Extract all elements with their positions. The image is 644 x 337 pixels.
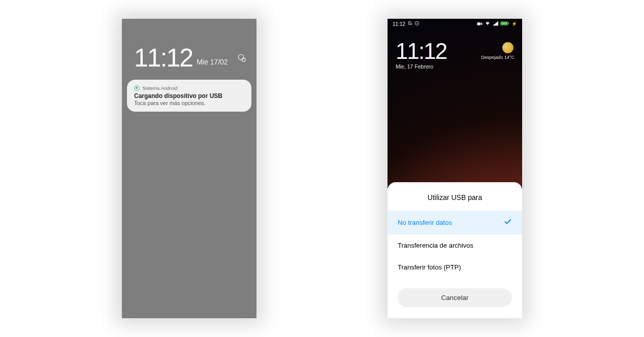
option-label: Transferencia de archivos [398,242,473,249]
option-label: Transferir fotos (PTP) [398,263,461,271]
notification-body: Toca para ver más opciones. [134,100,244,106]
svg-point-2 [415,21,419,25]
status-time: 11:12 [393,21,405,27]
home-date: Mie, 17 Febrero [396,63,446,70]
battery-icon [500,21,509,27]
notification-app-name: Sistema Android [142,85,177,91]
home-clock-widget: 11:12 Mie, 17 Febrero Despejado 14°C [388,29,522,72]
status-bar: 11:12 ⚡ [388,19,522,29]
dnd-icon [407,21,412,27]
notification-settings-icon[interactable] [237,53,246,64]
shade-header: 11:12 Mie 17/02 [122,19,256,80]
usb-option-ptp[interactable]: Transferir fotos (PTP) [388,256,522,278]
wifi-icon [485,21,491,27]
clock-time: 11:12 [134,45,192,71]
home-time: 11:12 [396,40,446,62]
sun-icon [502,42,513,53]
weather-label: Despejado 14°C [481,55,514,60]
check-icon [504,218,512,227]
option-label: No transferir datos [398,219,452,226]
notification-header: Sistema Android [134,85,244,91]
svg-point-0 [238,54,244,60]
sheet-title: Utilizar USB para [388,193,522,201]
cancel-label: Cancelar [441,294,468,301]
phone-home-usb-dialog: 11:12 ⚡ 11:12 Mie [388,19,522,318]
svg-rect-6 [508,22,509,24]
svg-rect-3 [477,22,480,25]
signal-icon [493,21,498,27]
usb-option-file-transfer[interactable]: Transferencia de archivos [388,234,522,256]
cancel-button[interactable]: Cancelar [398,288,512,307]
charging-icon: ⚡ [511,21,517,26]
svg-point-1 [242,58,245,61]
sync-icon [414,21,420,27]
android-system-icon [134,85,140,91]
usb-mode-sheet: Utilizar USB para No transferir datos Tr… [388,182,522,318]
svg-rect-5 [501,22,507,25]
clock-date: Mie 17/02 [197,58,228,66]
phone-notification-shade: 11:12 Mie 17/02 Sistema Android Cargando… [122,19,256,318]
notification-title: Cargando dispositivo por USB [134,92,244,99]
weather-widget[interactable]: Despejado 14°C [481,42,514,60]
camera-indicator-icon [477,21,482,27]
usb-notification[interactable]: Sistema Android Cargando dispositivo por… [127,80,251,112]
usb-option-no-transfer[interactable]: No transferir datos [388,211,522,234]
